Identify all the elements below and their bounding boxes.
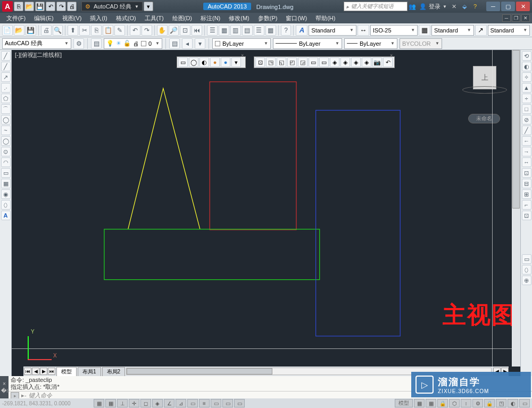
layer-iso-icon[interactable]: ▤ bbox=[169, 38, 180, 49]
rectangle-icon[interactable]: ⬠ bbox=[1, 94, 11, 103]
tpy-icon[interactable]: ▭ bbox=[211, 399, 221, 407]
toolbar-lock-icon[interactable]: 🔒 bbox=[484, 399, 495, 407]
new-icon[interactable]: 📄 bbox=[2, 25, 13, 36]
mleaderstyle-combo[interactable]: Standard▼ bbox=[488, 25, 530, 36]
erase-icon[interactable]: ⟲ bbox=[522, 51, 531, 61]
clean-icon[interactable]: ▭ bbox=[519, 399, 530, 407]
calc-icon[interactable]: ▦ bbox=[265, 25, 276, 36]
insert-icon[interactable]: ◠ bbox=[1, 157, 11, 167]
ducs-icon[interactable]: ⊿ bbox=[176, 399, 186, 407]
qa-undo-icon[interactable]: ↶ bbox=[46, 2, 55, 11]
isolate-icon[interactable]: ◐ bbox=[508, 399, 518, 407]
menu-draw[interactable]: 绘图(D) bbox=[168, 14, 196, 22]
menu-dimension[interactable]: 标注(N) bbox=[196, 14, 225, 22]
coords-display[interactable]: -269.1821, 843.3231, 0.0000 bbox=[2, 401, 93, 406]
model-button[interactable]: 模型 bbox=[395, 399, 413, 407]
sc-icon[interactable]: ▭ bbox=[234, 399, 245, 407]
zoom-window-icon[interactable]: ⊡ bbox=[180, 25, 190, 36]
exchange-icon[interactable]: ✕ bbox=[450, 3, 458, 10]
tool2-icon[interactable]: ⬯ bbox=[522, 265, 531, 274]
line-icon[interactable]: ╱ bbox=[1, 51, 11, 61]
preview-icon[interactable]: 🔍 bbox=[53, 25, 63, 36]
infocenter-icon[interactable]: 👥 bbox=[409, 3, 416, 10]
qa-save-icon[interactable]: 💾 bbox=[35, 2, 45, 11]
tab-next-icon[interactable]: ▶ bbox=[40, 368, 47, 375]
dcenter-icon[interactable]: ▦ bbox=[219, 25, 229, 36]
move-icon[interactable]: □ bbox=[522, 104, 531, 114]
workspace-combo[interactable]: AutoCAD 经典▼ bbox=[2, 38, 71, 49]
properties-icon[interactable]: ☰ bbox=[207, 25, 218, 36]
plot-icon[interactable]: 🖨 bbox=[41, 25, 52, 36]
point-icon[interactable]: ◉ bbox=[1, 189, 11, 199]
stretch-icon[interactable]: ← bbox=[522, 136, 531, 146]
undo-icon[interactable]: ↶ bbox=[130, 25, 140, 36]
tablestyle-icon[interactable]: ▦ bbox=[419, 25, 430, 36]
textstyle-icon[interactable]: A bbox=[296, 25, 307, 36]
menu-modify[interactable]: 修改(M) bbox=[225, 14, 254, 22]
menu-format[interactable]: 格式(O) bbox=[112, 14, 140, 22]
trim-icon[interactable]: → bbox=[522, 147, 531, 156]
lineweight-combo[interactable]: ByLayer▼ bbox=[344, 38, 397, 49]
qa-new-icon[interactable]: ⎘ bbox=[14, 2, 23, 11]
pan-icon[interactable]: ✋ bbox=[157, 25, 168, 36]
block-icon[interactable]: ▭ bbox=[1, 168, 11, 178]
login-button[interactable]: 👤登录▼ bbox=[419, 3, 447, 11]
osnap-icon[interactable]: ◻ bbox=[140, 399, 151, 407]
qa-open-icon[interactable]: 📂 bbox=[24, 2, 34, 11]
layer-combo[interactable]: 💡☀🔓🖨 0▼ bbox=[104, 38, 162, 49]
lwt-icon[interactable]: ≡ bbox=[199, 399, 210, 407]
qa-print-icon[interactable]: 🖨 bbox=[67, 2, 77, 11]
mleaderstyle-icon[interactable]: ↗ bbox=[475, 25, 487, 36]
menu-window[interactable]: 窗口(W) bbox=[281, 14, 311, 22]
layer-prev-icon[interactable]: ◂ bbox=[182, 38, 193, 49]
annovisibility-icon[interactable]: ⬡ bbox=[449, 399, 460, 407]
layer-props-icon[interactable]: ▤ bbox=[91, 38, 102, 49]
annoscale-icon[interactable]: 🔒 bbox=[437, 399, 448, 407]
break-icon[interactable]: ⊡ bbox=[522, 168, 531, 178]
annoauto-icon[interactable]: ↕ bbox=[461, 399, 471, 407]
layer-state-icon[interactable]: ▾ bbox=[195, 38, 205, 49]
pline-icon[interactable]: ↗ bbox=[1, 72, 11, 82]
textstyle-combo[interactable]: Standard▼ bbox=[309, 25, 356, 36]
3dosnap-icon[interactable]: ◈ bbox=[152, 399, 163, 407]
tab-prev-icon[interactable]: ◀ bbox=[32, 368, 39, 375]
explode-icon[interactable]: ⊡ bbox=[522, 211, 531, 220]
grid-icon[interactable]: ▦ bbox=[105, 399, 116, 407]
scale-icon[interactable]: ╱ bbox=[522, 126, 531, 135]
help-icon[interactable]: ? bbox=[471, 3, 479, 10]
mdi-close[interactable]: ✕ bbox=[521, 14, 530, 22]
text-icon[interactable]: A bbox=[1, 211, 11, 220]
dimstyle-combo[interactable]: ISO-25▼ bbox=[370, 25, 418, 36]
extend-icon[interactable]: ↔ bbox=[522, 157, 531, 167]
redo-icon[interactable]: ↷ bbox=[142, 25, 152, 36]
vertical-scrollbar[interactable] bbox=[512, 50, 520, 367]
app-logo[interactable]: A bbox=[2, 1, 13, 12]
linetype-combo[interactable]: ByLayer▼ bbox=[273, 38, 342, 49]
join-icon[interactable]: ⊟ bbox=[522, 179, 531, 188]
ortho-icon[interactable]: ⊥ bbox=[117, 399, 128, 407]
qa-redo-icon[interactable]: ↷ bbox=[56, 2, 66, 11]
help-search-input[interactable]: ▸键入关键字或短语 bbox=[344, 2, 408, 11]
cmd-handle[interactable]: ×�⁝ bbox=[0, 376, 9, 398]
qview-icon[interactable]: ▦ bbox=[414, 399, 425, 407]
mdi-minimize[interactable]: ─ bbox=[502, 14, 511, 22]
ws-settings-icon[interactable]: ⚙ bbox=[73, 38, 84, 49]
ws-switch-icon[interactable]: ⚙ bbox=[472, 399, 483, 407]
polygon-icon[interactable]: .· bbox=[1, 83, 11, 93]
cut-icon[interactable]: ✂ bbox=[79, 25, 90, 36]
toolpal-icon[interactable]: ▥ bbox=[230, 25, 241, 36]
mdi-restore[interactable]: ❐ bbox=[512, 14, 520, 22]
snap-icon[interactable]: ▦ bbox=[94, 399, 104, 407]
window-maximize[interactable]: ▢ bbox=[501, 2, 515, 11]
menu-edit[interactable]: 编辑(E) bbox=[30, 14, 58, 22]
fillet-icon[interactable]: ⌐ bbox=[522, 200, 531, 210]
tab-layout1[interactable]: 布局1 bbox=[78, 367, 101, 376]
markup-icon[interactable]: ☰ bbox=[254, 25, 264, 36]
zoom-icon[interactable]: 🔎 bbox=[169, 25, 179, 36]
copy-icon[interactable]: ⎘ bbox=[91, 25, 102, 36]
dimstyle-icon[interactable]: ↔ bbox=[358, 25, 369, 36]
qp-icon[interactable]: ▭ bbox=[222, 399, 233, 407]
ellipse-icon[interactable]: ◯ bbox=[1, 136, 11, 146]
help2-icon[interactable]: ? bbox=[281, 25, 292, 36]
match-icon[interactable]: ✎ bbox=[114, 25, 125, 36]
